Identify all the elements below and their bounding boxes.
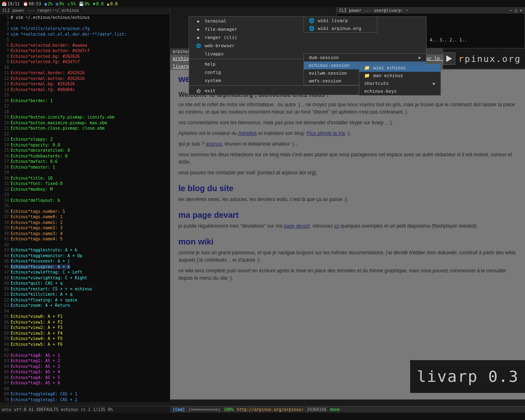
terminal-line: 32Echinus*modkey: M — [2, 187, 168, 192]
terminal-line: 50Echinus*restart: CS + r = echinus — [2, 286, 168, 292]
terminal-line: 55Echinus*view0: A + F1 — [2, 314, 168, 320]
terminal-line: 70Echinus*toggletag1: CAS + 2 — [2, 397, 168, 402]
terminal-line: 52Echinus*floating: A + space — [2, 297, 168, 303]
terminal-line: 62Echinus*tag0: AS + 1 — [2, 353, 168, 358]
config-icon — [196, 69, 201, 75]
welcome-p4: qui je suis ? arpinux, linuxien et debia… — [178, 140, 517, 148]
terminal-line: 48Echinus*viewrighttag: C + Right — [2, 275, 168, 281]
wiki-livarp-icon: 🌐 — [309, 18, 315, 23]
cpu-icon: ▣ — [44, 2, 47, 6]
terminal-line: 23Echinus*sloppy: 2 — [2, 137, 168, 142]
topbar-time: ⏰ 08:53 — [23, 2, 41, 6]
submenu-wiki-livarp[interactable]: 🌐 wiki livarp — [304, 17, 377, 25]
terminal-line: 65Echinus*tag3: AS + 4 — [2, 369, 168, 375]
welcome-p3: Aphelion est le créateur du Aphelive et … — [178, 130, 517, 137]
wiki-arpinux-icon: 🌐 — [309, 26, 315, 31]
terminal-right-controls[interactable]: ─ □ × — [510, 8, 522, 13]
terminal-line: 4vim *+selected.col.el.el.dor.dor-**/dat… — [2, 32, 168, 37]
welcome-p2: vos commentaires sont les bienvenus, mai… — [178, 119, 517, 126]
terminal-line: 1# vim ~/.echinus/echinus/echinus — [2, 15, 168, 21]
terminal-line: 29 — [2, 170, 168, 176]
terminal-line: 46Echinus*focusprev: A + k — [2, 264, 168, 270]
net-up-icon: ▲ — [107, 2, 110, 6]
terminal-line: 6Echinus*selected.border: #aaaaa — [2, 43, 168, 48]
terminal-line: 44Echinus*togglemonitor: A + Up — [2, 253, 168, 259]
devart-link[interactable]: page devart — [284, 223, 310, 229]
status-url: http://arpinux.org/arpinux/ — [237, 407, 304, 412]
terminal-line: 69Echinus*toggletag0: CAS + 1 — [2, 391, 168, 397]
terminal-line: 27Echinus*mwfact: 0.6 — [2, 159, 168, 164]
blog-text: les dernières news, les astuces, les der… — [178, 196, 517, 203]
submenu-echinus: 📁 wiki echinus 📁 man echinus shortcuts ▶… — [359, 64, 441, 96]
play-triangle-icon — [446, 55, 452, 62]
aphelive-link[interactable]: Aphelive — [238, 130, 257, 136]
terminal-left[interactable]: CLI power --- ranger:~/.echinus 1# vim ~… — [0, 7, 170, 402]
terminal-line: 45Echinus*focusnext: A + j — [2, 258, 168, 264]
topbar: 📅 19/11 ⏰ 08:53 ▣ 2% ▤ 9% ⌂ 5% 💾 0% ▼ 0.… — [0, 0, 525, 7]
terminal-line: 34Echinus*deflayout: b — [2, 198, 168, 203]
shortcuts-arrow: ▶ — [433, 81, 436, 86]
devart-text: je publie régulièrement mes "déviations"… — [178, 222, 517, 230]
browser-content[interactable]: welcome Welcome to arpinux.org , bienven… — [170, 70, 525, 399]
section-blog: le blog du site les dernières news, les … — [178, 180, 517, 203]
browser-statusbar: [Cmd] |==========>| 100% http://arpinux.… — [170, 406, 525, 413]
terminal-line: 35 — [2, 203, 168, 209]
filemanager-icon: ▶ — [196, 26, 201, 32]
menu-item-ranger[interactable]: ▶ ranger (cli) — [189, 33, 426, 41]
wiki-echinus-folder-icon: 📁 — [364, 65, 370, 71]
terminal-statusbar: unix utf-8 b1 XDEFAULTS echinus rc 1 1/1… — [0, 406, 170, 413]
disk-icon: 💾 — [79, 2, 84, 6]
terminal-line: 7Echinus*selected.button: #d3d7cf — [2, 48, 168, 54]
terminal-line: 21Echinus*button.close.pixmap: close.xbm — [2, 126, 168, 131]
pslv-link[interactable]: Plus simple la Vie — [306, 130, 345, 136]
terminal-line: 11Echinus*normal.border: #262626 — [2, 70, 168, 76]
terminal-line: 33 — [2, 192, 168, 198]
man-echinus-folder-icon: 📁 — [364, 73, 370, 78]
livapps-icon — [196, 51, 201, 57]
terminal-line: 63Echinus*tag1: AS + 2 — [2, 358, 168, 364]
terminal-line: 43Echinus*togglestruts: A + b — [2, 247, 168, 253]
clock-icon: ⏰ — [23, 2, 28, 6]
arpinux-link[interactable]: arpinux — [206, 141, 222, 147]
terminal-left-titlebar: CLI power --- ranger:~/.echinus — [0, 7, 170, 14]
submenu-shortcuts[interactable]: shortcuts ▶ — [359, 80, 441, 87]
submenu-wiki-arpinux[interactable]: 🌐 wiki arpinux.org — [304, 25, 377, 32]
terminal-right-titlebar: CLI power --- user@livarp: ~ ─ □ × — [337, 8, 525, 14]
terminal-line: 13Echinus*normal.bg: #262626 — [2, 81, 168, 87]
welcome-p1: ce site est le reflet de notre vie infor… — [178, 101, 517, 116]
terminal-content: 1# vim ~/.echinus/echinus/echinus23vim *… — [0, 14, 170, 402]
section-devart: ma page devart je publie régulièrement m… — [178, 206, 517, 230]
ici-link[interactable]: ici — [334, 223, 339, 229]
submenu-echinus-keys[interactable]: echinus-keys — [359, 87, 441, 95]
terminal-line: 41Echinus*tags.name4: 5 — [2, 236, 168, 242]
terminal-line: 66Echinus*tag4: AS + 5 — [2, 375, 168, 381]
topbar-date: 📅 19/11 — [2, 2, 20, 6]
system-icon — [196, 78, 201, 83]
terminal-line: 49Echinus*quit: CAS + q — [2, 281, 168, 286]
terminal-line: 22 — [2, 131, 168, 137]
terminal-line: 8Echinus*selected.bg: #262626 — [2, 54, 168, 59]
status-done: done — [330, 407, 340, 412]
terminal-line: 56Echinus*view1: A + F2 — [2, 320, 168, 325]
browser-window: rpinux.org arpinux.org - welcome - Uzbl … — [170, 48, 525, 399]
ranger-icon: ▶ — [196, 34, 201, 40]
livarp-logo-text: livarp 0.3 — [417, 368, 519, 386]
terminal-line: 47Echinus*viewlefttag: C + Left — [2, 269, 168, 275]
dum-session-arrow: ▶ — [418, 55, 421, 60]
play-button[interactable] — [443, 52, 455, 65]
terminal-line: 30Echinus*title: 10 — [2, 176, 168, 181]
status-progress: 100% — [224, 407, 233, 412]
topbar-mem: ▤ 9% — [56, 2, 64, 6]
terminal-line: 59Echinus*view4: A + F5 — [2, 336, 168, 342]
submenu-man-echinus[interactable]: 📁 man echinus — [359, 72, 441, 80]
menu-item-webbrowser[interactable]: 🌐 web-browser — [189, 41, 426, 50]
terminal-line: 3vim *+1/utils/colors/arpinux.cfg — [2, 26, 168, 32]
submenu-dum-session[interactable]: dum-session ▶ — [304, 54, 426, 62]
terminal-line: 39Echinus*tags.name2: 3 — [2, 225, 168, 231]
wiki-title: mon wiki — [178, 233, 517, 249]
submenu-wiki-echinus[interactable]: 📁 wiki echinus — [359, 64, 441, 72]
section-wiki: mon wiki comme je suis un grand paresseu… — [178, 233, 517, 282]
terminal-line: 20Echinus*button.maximize.pixmap: max.xb… — [2, 120, 168, 126]
status-page-id: 29360166 — [307, 407, 326, 412]
terminal-line: 31Echinus*font: fixed-8 — [2, 181, 168, 187]
